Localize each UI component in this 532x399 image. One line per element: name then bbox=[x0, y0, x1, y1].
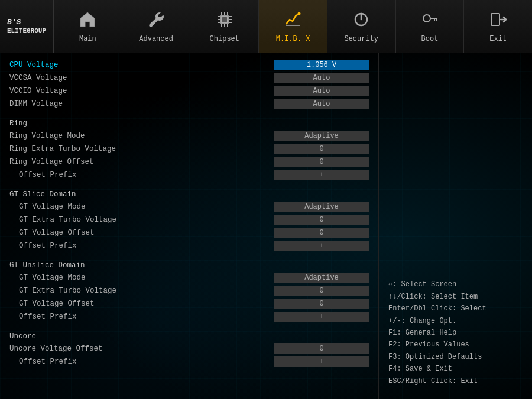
help-line: ↔: Select Screen bbox=[388, 278, 523, 290]
setting-label: Ring Voltage Offset bbox=[9, 158, 274, 166]
setting-label: Offset Prefix bbox=[9, 171, 274, 179]
setting-value[interactable]: Auto bbox=[274, 86, 369, 96]
nav-label-advanced: Advanced bbox=[139, 35, 173, 43]
nav-label-security: Security bbox=[344, 35, 378, 43]
setting-value[interactable]: Adaptive bbox=[274, 273, 369, 283]
setting-value[interactable]: 1.056 V bbox=[274, 60, 369, 70]
setting-label: GT Voltage Mode bbox=[9, 274, 274, 282]
settings-panel: CPU Voltage1.056 VVCCSA VoltageAutoVCCIO… bbox=[0, 53, 378, 399]
nav-item-security[interactable]: Security bbox=[327, 0, 396, 53]
setting-label: GT Extra Turbo Voltage bbox=[9, 287, 274, 295]
table-row[interactable]: Offset Prefix+ bbox=[9, 240, 369, 252]
help-line: ↑↓/Click: Select Item bbox=[388, 291, 523, 303]
setting-label: VCCIO Voltage bbox=[9, 87, 274, 95]
setting-label: Uncore bbox=[9, 332, 369, 340]
table-row[interactable]: Ring Voltage Offset0 bbox=[9, 156, 369, 168]
setting-value[interactable]: 0 bbox=[274, 144, 369, 154]
exit-icon bbox=[489, 10, 508, 33]
setting-value[interactable]: Adaptive bbox=[274, 131, 369, 141]
table-row: Uncore bbox=[9, 329, 369, 342]
setting-label: Offset Prefix bbox=[9, 313, 274, 321]
table-row: GT Slice Domain bbox=[9, 187, 369, 200]
brand-text-line2: ELITEGROUP bbox=[7, 27, 46, 35]
nav-item-boot[interactable]: Boot bbox=[396, 0, 465, 53]
nav-label-chipset: Chipset bbox=[210, 35, 239, 43]
svg-point-14 bbox=[297, 12, 300, 15]
table-row[interactable]: CPU Voltage1.056 V bbox=[9, 59, 369, 71]
setting-label: DIMM Voltage bbox=[9, 100, 274, 108]
nav-label-exit: Exit bbox=[489, 35, 507, 43]
setting-label: GT Slice Domain bbox=[9, 190, 369, 199]
setting-label: Ring Extra Turbo Voltage bbox=[9, 145, 274, 153]
table-row[interactable]: VCCIO VoltageAuto bbox=[9, 85, 369, 97]
table-row[interactable]: GT Voltage ModeAdaptive bbox=[9, 201, 369, 213]
table-row[interactable]: VCCSA VoltageAuto bbox=[9, 72, 369, 84]
setting-label: Offset Prefix bbox=[9, 358, 274, 366]
table-row bbox=[9, 182, 369, 187]
power-icon bbox=[352, 10, 371, 33]
table-row[interactable]: Ring Extra Turbo Voltage0 bbox=[9, 143, 369, 155]
table-row[interactable]: GT Voltage Offset0 bbox=[9, 227, 369, 239]
table-row bbox=[9, 253, 369, 258]
help-line: F4: Save & Exit bbox=[388, 363, 523, 375]
nav-item-chipset[interactable]: Chipset bbox=[190, 0, 259, 53]
setting-value[interactable]: Adaptive bbox=[274, 202, 369, 212]
table-row[interactable]: Offset Prefix+ bbox=[9, 356, 369, 368]
setting-value[interactable]: Auto bbox=[274, 99, 369, 109]
table-row[interactable]: GT Extra Turbo Voltage0 bbox=[9, 214, 369, 226]
brand-text-line1: B'S bbox=[7, 18, 46, 27]
setting-value[interactable]: 0 bbox=[274, 286, 369, 296]
nav-label-mibx: M.I.B. X bbox=[276, 35, 310, 43]
table-row[interactable]: GT Extra Turbo Voltage0 bbox=[9, 285, 369, 297]
setting-value[interactable]: + bbox=[274, 170, 369, 180]
wrench-icon bbox=[147, 10, 166, 33]
chip-icon bbox=[215, 10, 234, 33]
setting-value[interactable]: 0 bbox=[274, 299, 369, 309]
setting-value[interactable]: Auto bbox=[274, 73, 369, 83]
table-row bbox=[9, 111, 369, 116]
help-line: +/-: Change Opt. bbox=[388, 315, 523, 327]
table-row[interactable]: Offset Prefix+ bbox=[9, 311, 369, 323]
setting-label: CPU Voltage bbox=[9, 61, 274, 69]
help-line: F2: Previous Values bbox=[388, 339, 523, 351]
nav-item-mibx[interactable]: M.I.B. X bbox=[259, 0, 327, 53]
table-row[interactable]: Offset Prefix+ bbox=[9, 169, 369, 181]
setting-value[interactable]: + bbox=[274, 312, 369, 322]
table-row: GT Unslice Domain bbox=[9, 258, 369, 271]
help-text: ↔: Select Screen↑↓/Click: Select ItemEnt… bbox=[388, 278, 523, 387]
nav-item-exit[interactable]: Exit bbox=[464, 0, 532, 53]
table-row[interactable]: DIMM VoltageAuto bbox=[9, 98, 369, 110]
table-row[interactable]: Ring Voltage ModeAdaptive bbox=[9, 130, 369, 142]
setting-value[interactable]: + bbox=[274, 241, 369, 251]
key-icon bbox=[420, 10, 439, 33]
nav-item-advanced[interactable]: Advanced bbox=[122, 0, 191, 53]
setting-label: GT Voltage Offset bbox=[9, 300, 274, 308]
nav-label-main: Main bbox=[79, 35, 96, 43]
setting-label: Uncore Voltage Offset bbox=[9, 345, 274, 353]
setting-label: Ring Voltage Mode bbox=[9, 132, 274, 140]
svg-point-18 bbox=[423, 15, 430, 22]
setting-label: GT Voltage Mode bbox=[9, 203, 274, 211]
table-row[interactable]: Uncore Voltage Offset0 bbox=[9, 343, 369, 355]
setting-label: GT Extra Turbo Voltage bbox=[9, 216, 274, 224]
help-line: F3: Optimized Defaults bbox=[388, 351, 523, 363]
help-line: ESC/Right Click: Exit bbox=[388, 375, 523, 387]
setting-value[interactable]: 0 bbox=[274, 157, 369, 167]
nav-item-main[interactable]: Main bbox=[54, 0, 122, 53]
brand-logo: B'S ELITEGROUP bbox=[0, 0, 54, 53]
home-icon bbox=[78, 10, 97, 33]
setting-value[interactable]: + bbox=[274, 356, 369, 367]
table-row[interactable]: GT Voltage ModeAdaptive bbox=[9, 272, 369, 284]
setting-value[interactable]: 0 bbox=[274, 228, 369, 238]
nav-label-boot: Boot bbox=[421, 35, 439, 43]
setting-label: Offset Prefix bbox=[9, 242, 274, 250]
setting-label: Ring bbox=[9, 119, 369, 128]
table-row bbox=[9, 324, 369, 329]
graph-icon bbox=[284, 10, 303, 33]
svg-rect-22 bbox=[491, 14, 499, 25]
setting-label: GT Unslice Domain bbox=[9, 261, 369, 270]
table-row[interactable]: GT Voltage Offset0 bbox=[9, 298, 369, 310]
setting-value[interactable]: 0 bbox=[274, 215, 369, 225]
setting-value[interactable]: 0 bbox=[274, 343, 369, 354]
help-panel: ↔: Select Screen↑↓/Click: Select ItemEnt… bbox=[378, 53, 532, 399]
